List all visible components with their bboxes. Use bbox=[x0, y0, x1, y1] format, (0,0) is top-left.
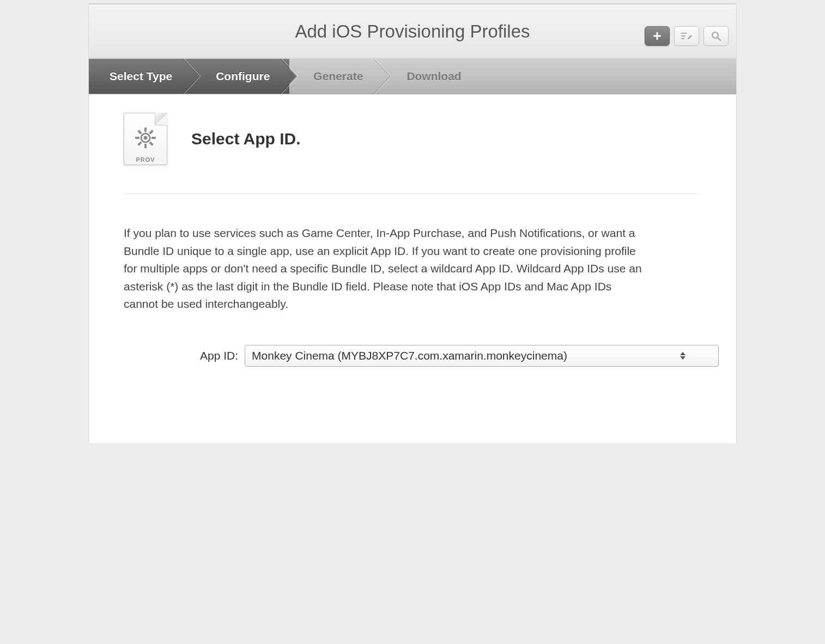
plus-icon bbox=[652, 31, 662, 41]
step-label: Generate bbox=[289, 70, 383, 83]
step-label: Configure bbox=[192, 70, 289, 83]
step-select-type[interactable]: Select Type bbox=[89, 59, 192, 94]
provisioning-profile-icon: PROV bbox=[124, 113, 167, 165]
page-title: Add iOS Provisioning Profiles bbox=[89, 5, 736, 58]
step-generate[interactable]: Generate bbox=[289, 59, 383, 94]
section-header: PROV Select App ID. bbox=[124, 110, 701, 194]
svg-rect-7 bbox=[144, 127, 147, 132]
svg-rect-11 bbox=[149, 130, 153, 134]
gear-icon bbox=[134, 126, 157, 150]
svg-rect-12 bbox=[137, 141, 142, 145]
svg-rect-3 bbox=[681, 35, 686, 37]
svg-rect-2 bbox=[681, 33, 687, 34]
svg-rect-1 bbox=[653, 35, 661, 37]
search-button[interactable] bbox=[703, 26, 729, 46]
svg-rect-10 bbox=[151, 137, 156, 139]
edit-button[interactable] bbox=[674, 26, 699, 46]
svg-rect-13 bbox=[137, 130, 142, 134]
svg-rect-8 bbox=[144, 144, 147, 148]
svg-rect-14 bbox=[149, 141, 153, 145]
step-download[interactable]: Download bbox=[383, 59, 481, 94]
app-id-label: App ID: bbox=[200, 349, 238, 362]
header-tools bbox=[645, 26, 729, 46]
svg-rect-4 bbox=[681, 38, 684, 39]
step-label: Select Type bbox=[89, 70, 192, 83]
section-title: Select App ID. bbox=[191, 130, 301, 148]
icon-caption: PROV bbox=[124, 156, 167, 163]
content-card: PROV Select App ID. If you plan to use s… bbox=[89, 94, 736, 443]
app-id-select[interactable]: Monkey Cinema (MYBJ8XP7C7.com.xamarin.mo… bbox=[245, 345, 719, 367]
app-id-row: App ID: Monkey Cinema (MYBJ8XP7C7.com.xa… bbox=[124, 345, 701, 367]
search-icon bbox=[711, 31, 721, 41]
svg-point-15 bbox=[144, 136, 148, 140]
svg-rect-9 bbox=[135, 137, 139, 139]
step-configure[interactable]: Configure bbox=[192, 59, 289, 94]
page-header: Add iOS Provisioning Profiles bbox=[89, 5, 736, 58]
edit-list-icon bbox=[681, 32, 693, 40]
section-description: If you plan to use services such as Game… bbox=[124, 224, 647, 313]
add-button[interactable] bbox=[645, 26, 670, 46]
step-breadcrumb: Select Type Configure Generate bbox=[89, 58, 736, 94]
step-label: Download bbox=[383, 70, 481, 83]
